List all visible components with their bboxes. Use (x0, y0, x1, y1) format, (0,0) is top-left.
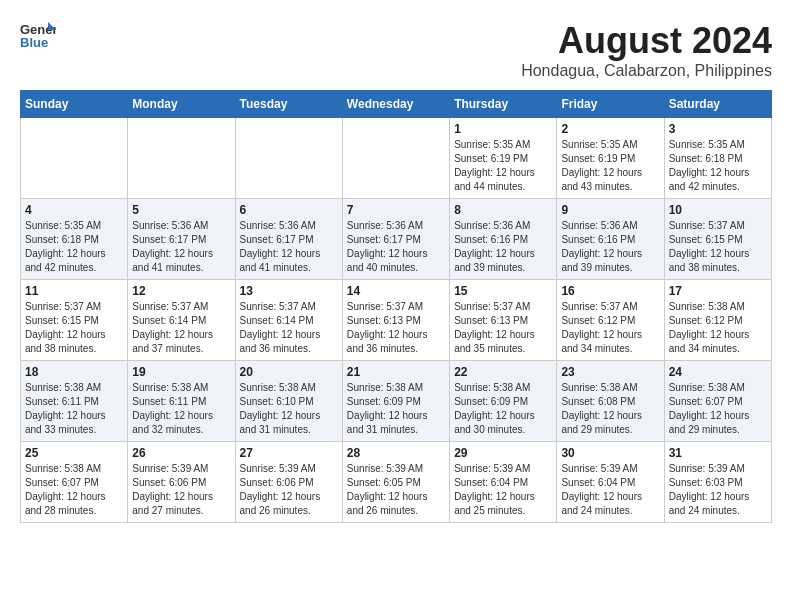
day-number: 4 (25, 203, 123, 217)
calendar-cell: 2Sunrise: 5:35 AM Sunset: 6:19 PM Daylig… (557, 118, 664, 199)
calendar-week-2: 4Sunrise: 5:35 AM Sunset: 6:18 PM Daylig… (21, 199, 772, 280)
day-number: 30 (561, 446, 659, 460)
day-number: 9 (561, 203, 659, 217)
cell-content: Sunrise: 5:37 AM Sunset: 6:14 PM Dayligh… (240, 300, 338, 356)
cell-content: Sunrise: 5:35 AM Sunset: 6:18 PM Dayligh… (25, 219, 123, 275)
header-day-friday: Friday (557, 91, 664, 118)
day-number: 13 (240, 284, 338, 298)
cell-content: Sunrise: 5:37 AM Sunset: 6:12 PM Dayligh… (561, 300, 659, 356)
day-number: 10 (669, 203, 767, 217)
cell-content: Sunrise: 5:39 AM Sunset: 6:04 PM Dayligh… (561, 462, 659, 518)
day-number: 2 (561, 122, 659, 136)
cell-content: Sunrise: 5:38 AM Sunset: 6:10 PM Dayligh… (240, 381, 338, 437)
day-number: 12 (132, 284, 230, 298)
cell-content: Sunrise: 5:38 AM Sunset: 6:09 PM Dayligh… (454, 381, 552, 437)
calendar-cell: 22Sunrise: 5:38 AM Sunset: 6:09 PM Dayli… (450, 361, 557, 442)
day-number: 29 (454, 446, 552, 460)
calendar-cell: 27Sunrise: 5:39 AM Sunset: 6:06 PM Dayli… (235, 442, 342, 523)
cell-content: Sunrise: 5:36 AM Sunset: 6:17 PM Dayligh… (240, 219, 338, 275)
header-day-sunday: Sunday (21, 91, 128, 118)
subtitle: Hondagua, Calabarzon, Philippines (521, 62, 772, 80)
calendar-cell: 29Sunrise: 5:39 AM Sunset: 6:04 PM Dayli… (450, 442, 557, 523)
day-number: 6 (240, 203, 338, 217)
calendar-cell: 18Sunrise: 5:38 AM Sunset: 6:11 PM Dayli… (21, 361, 128, 442)
calendar-body: 1Sunrise: 5:35 AM Sunset: 6:19 PM Daylig… (21, 118, 772, 523)
calendar-cell: 31Sunrise: 5:39 AM Sunset: 6:03 PM Dayli… (664, 442, 771, 523)
calendar-week-4: 18Sunrise: 5:38 AM Sunset: 6:11 PM Dayli… (21, 361, 772, 442)
cell-content: Sunrise: 5:35 AM Sunset: 6:19 PM Dayligh… (561, 138, 659, 194)
calendar-header: SundayMondayTuesdayWednesdayThursdayFrid… (21, 91, 772, 118)
day-number: 15 (454, 284, 552, 298)
calendar-week-1: 1Sunrise: 5:35 AM Sunset: 6:19 PM Daylig… (21, 118, 772, 199)
calendar-cell: 24Sunrise: 5:38 AM Sunset: 6:07 PM Dayli… (664, 361, 771, 442)
calendar-cell: 19Sunrise: 5:38 AM Sunset: 6:11 PM Dayli… (128, 361, 235, 442)
cell-content: Sunrise: 5:39 AM Sunset: 6:04 PM Dayligh… (454, 462, 552, 518)
calendar-cell: 25Sunrise: 5:38 AM Sunset: 6:07 PM Dayli… (21, 442, 128, 523)
calendar-cell: 23Sunrise: 5:38 AM Sunset: 6:08 PM Dayli… (557, 361, 664, 442)
day-number: 31 (669, 446, 767, 460)
cell-content: Sunrise: 5:37 AM Sunset: 6:15 PM Dayligh… (25, 300, 123, 356)
day-number: 18 (25, 365, 123, 379)
cell-content: Sunrise: 5:38 AM Sunset: 6:11 PM Dayligh… (132, 381, 230, 437)
cell-content: Sunrise: 5:36 AM Sunset: 6:17 PM Dayligh… (347, 219, 445, 275)
header-day-saturday: Saturday (664, 91, 771, 118)
day-number: 16 (561, 284, 659, 298)
cell-content: Sunrise: 5:36 AM Sunset: 6:16 PM Dayligh… (561, 219, 659, 275)
header-day-thursday: Thursday (450, 91, 557, 118)
calendar-cell: 20Sunrise: 5:38 AM Sunset: 6:10 PM Dayli… (235, 361, 342, 442)
calendar-cell: 3Sunrise: 5:35 AM Sunset: 6:18 PM Daylig… (664, 118, 771, 199)
calendar-cell: 14Sunrise: 5:37 AM Sunset: 6:13 PM Dayli… (342, 280, 449, 361)
cell-content: Sunrise: 5:38 AM Sunset: 6:12 PM Dayligh… (669, 300, 767, 356)
calendar-cell: 1Sunrise: 5:35 AM Sunset: 6:19 PM Daylig… (450, 118, 557, 199)
calendar-cell: 17Sunrise: 5:38 AM Sunset: 6:12 PM Dayli… (664, 280, 771, 361)
calendar-cell (21, 118, 128, 199)
calendar-cell: 13Sunrise: 5:37 AM Sunset: 6:14 PM Dayli… (235, 280, 342, 361)
cell-content: Sunrise: 5:38 AM Sunset: 6:07 PM Dayligh… (669, 381, 767, 437)
calendar-week-3: 11Sunrise: 5:37 AM Sunset: 6:15 PM Dayli… (21, 280, 772, 361)
header-day-monday: Monday (128, 91, 235, 118)
page-header: General Blue August 2024 Hondagua, Calab… (20, 20, 772, 80)
day-number: 27 (240, 446, 338, 460)
cell-content: Sunrise: 5:39 AM Sunset: 6:03 PM Dayligh… (669, 462, 767, 518)
day-number: 25 (25, 446, 123, 460)
calendar-cell: 8Sunrise: 5:36 AM Sunset: 6:16 PM Daylig… (450, 199, 557, 280)
day-number: 8 (454, 203, 552, 217)
calendar-cell: 26Sunrise: 5:39 AM Sunset: 6:06 PM Dayli… (128, 442, 235, 523)
day-number: 23 (561, 365, 659, 379)
cell-content: Sunrise: 5:37 AM Sunset: 6:13 PM Dayligh… (454, 300, 552, 356)
cell-content: Sunrise: 5:37 AM Sunset: 6:15 PM Dayligh… (669, 219, 767, 275)
cell-content: Sunrise: 5:36 AM Sunset: 6:17 PM Dayligh… (132, 219, 230, 275)
calendar-cell: 12Sunrise: 5:37 AM Sunset: 6:14 PM Dayli… (128, 280, 235, 361)
cell-content: Sunrise: 5:39 AM Sunset: 6:06 PM Dayligh… (132, 462, 230, 518)
header-day-tuesday: Tuesday (235, 91, 342, 118)
calendar-cell: 28Sunrise: 5:39 AM Sunset: 6:05 PM Dayli… (342, 442, 449, 523)
cell-content: Sunrise: 5:39 AM Sunset: 6:05 PM Dayligh… (347, 462, 445, 518)
calendar-table: SundayMondayTuesdayWednesdayThursdayFrid… (20, 90, 772, 523)
cell-content: Sunrise: 5:37 AM Sunset: 6:13 PM Dayligh… (347, 300, 445, 356)
logo: General Blue (20, 20, 56, 50)
day-number: 11 (25, 284, 123, 298)
calendar-week-5: 25Sunrise: 5:38 AM Sunset: 6:07 PM Dayli… (21, 442, 772, 523)
calendar-cell (128, 118, 235, 199)
day-number: 20 (240, 365, 338, 379)
calendar-cell: 9Sunrise: 5:36 AM Sunset: 6:16 PM Daylig… (557, 199, 664, 280)
calendar-cell: 11Sunrise: 5:37 AM Sunset: 6:15 PM Dayli… (21, 280, 128, 361)
calendar-cell: 16Sunrise: 5:37 AM Sunset: 6:12 PM Dayli… (557, 280, 664, 361)
cell-content: Sunrise: 5:38 AM Sunset: 6:09 PM Dayligh… (347, 381, 445, 437)
logo-icon: General Blue (20, 20, 56, 50)
day-number: 14 (347, 284, 445, 298)
calendar-cell: 6Sunrise: 5:36 AM Sunset: 6:17 PM Daylig… (235, 199, 342, 280)
cell-content: Sunrise: 5:38 AM Sunset: 6:07 PM Dayligh… (25, 462, 123, 518)
day-number: 7 (347, 203, 445, 217)
calendar-cell: 10Sunrise: 5:37 AM Sunset: 6:15 PM Dayli… (664, 199, 771, 280)
calendar-cell: 7Sunrise: 5:36 AM Sunset: 6:17 PM Daylig… (342, 199, 449, 280)
svg-text:Blue: Blue (20, 35, 48, 50)
day-number: 3 (669, 122, 767, 136)
day-number: 28 (347, 446, 445, 460)
day-number: 24 (669, 365, 767, 379)
cell-content: Sunrise: 5:36 AM Sunset: 6:16 PM Dayligh… (454, 219, 552, 275)
cell-content: Sunrise: 5:38 AM Sunset: 6:11 PM Dayligh… (25, 381, 123, 437)
day-number: 5 (132, 203, 230, 217)
calendar-cell: 21Sunrise: 5:38 AM Sunset: 6:09 PM Dayli… (342, 361, 449, 442)
day-number: 26 (132, 446, 230, 460)
